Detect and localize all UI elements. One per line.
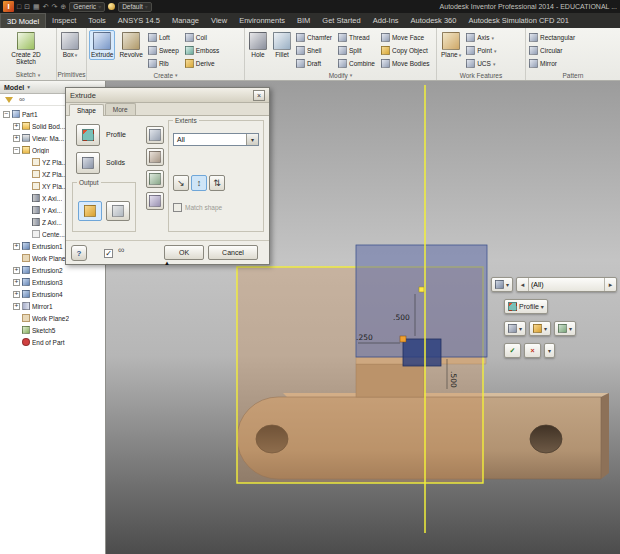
- search-icon[interactable]: ∞: [19, 96, 25, 104]
- extrude-button[interactable]: Extrude: [89, 30, 115, 60]
- tree-item-work-plane2[interactable]: Work Plane2: [0, 312, 105, 324]
- new-file-icon[interactable]: □: [17, 3, 21, 10]
- tab-get-started[interactable]: Get Started: [316, 13, 366, 28]
- panel-label-pattern[interactable]: Pattern: [526, 70, 620, 80]
- dimension-250[interactable]: .250: [356, 333, 373, 342]
- dismiss-button[interactable]: ×: [524, 343, 541, 358]
- expander-icon[interactable]: [13, 327, 20, 334]
- solids-mini-button[interactable]: ▾: [504, 321, 526, 336]
- extents-dropdown[interactable]: All ▾: [173, 133, 259, 146]
- help-button[interactable]: ?: [71, 245, 87, 261]
- expander-icon[interactable]: [13, 339, 20, 346]
- expander-icon[interactable]: [23, 159, 30, 166]
- hole-right[interactable]: [530, 425, 562, 453]
- tree-item-sketch5[interactable]: Sketch5: [0, 324, 105, 336]
- join-button[interactable]: [146, 126, 164, 144]
- ok-button[interactable]: OK: [164, 245, 204, 260]
- select-icon[interactable]: ⊕: [60, 3, 66, 10]
- extents-all-spinner[interactable]: ◂ (All) ▸: [516, 277, 617, 292]
- tab-shape[interactable]: Shape: [69, 104, 104, 116]
- ucs-button[interactable]: UCS▾: [465, 57, 497, 70]
- emboss-button[interactable]: Emboss: [184, 44, 220, 57]
- tree-item-end-of-part[interactable]: End of Part: [0, 336, 105, 348]
- operation-mini-button[interactable]: ▾: [554, 321, 576, 336]
- direction1-button[interactable]: ↘: [173, 175, 189, 191]
- profile-mini-button[interactable]: Profile ▾: [504, 299, 548, 314]
- selected-profile[interactable]: [403, 339, 441, 366]
- panel-label-work-features[interactable]: Work Features: [437, 70, 525, 80]
- plate-side-face[interactable]: [601, 393, 609, 479]
- panel-label-modify[interactable]: Modify ▾: [245, 70, 436, 80]
- coil-button[interactable]: Coil: [184, 31, 220, 44]
- expander-icon[interactable]: [13, 315, 20, 322]
- sketch-vertex-marker[interactable]: [400, 336, 406, 342]
- save-icon[interactable]: ▦: [33, 3, 40, 10]
- revolve-button[interactable]: Revolve: [117, 30, 144, 60]
- tab-ansys[interactable]: ANSYS 14.5: [112, 13, 166, 28]
- undo-icon[interactable]: ↶: [43, 3, 49, 10]
- cut-button[interactable]: [146, 148, 164, 166]
- tree-item-extrusion4[interactable]: +Extrusion4: [0, 288, 105, 300]
- chamfer-button[interactable]: Chamfer: [295, 31, 333, 44]
- profile-select-button[interactable]: [76, 124, 100, 146]
- dimension-500-vertical[interactable]: .500: [449, 371, 458, 388]
- expander-icon[interactable]: +: [13, 291, 20, 298]
- expander-icon[interactable]: +: [13, 267, 20, 274]
- dialog-expander[interactable]: ▲: [164, 260, 170, 266]
- apply-button[interactable]: ✓: [504, 343, 521, 358]
- sweep-button[interactable]: Sweep: [147, 44, 180, 57]
- move-face-button[interactable]: Move Face: [380, 31, 431, 44]
- mirror-button[interactable]: Mirror: [528, 57, 576, 70]
- open-file-icon[interactable]: ⊡: [24, 3, 30, 10]
- tab-inspect[interactable]: Inspect: [46, 13, 82, 28]
- output-surface-button[interactable]: [106, 201, 130, 221]
- circular-pattern-button[interactable]: Circular: [528, 44, 576, 57]
- fillet-button[interactable]: Fillet: [271, 30, 293, 60]
- plane-button[interactable]: Plane▾: [439, 30, 463, 60]
- tree-item-extrusion2[interactable]: +Extrusion2: [0, 264, 105, 276]
- new-solid-button[interactable]: [146, 192, 164, 210]
- tab-simulation-cfd[interactable]: Autodesk Simulation CFD 201: [462, 13, 574, 28]
- redo-icon[interactable]: ↷: [52, 3, 58, 10]
- dimension-500[interactable]: .500: [393, 313, 410, 322]
- expander-icon[interactable]: +: [13, 243, 20, 250]
- axis-button[interactable]: Axis▾: [465, 31, 497, 44]
- move-bodies-button[interactable]: Move Bodies: [380, 57, 431, 70]
- dialog-close-button[interactable]: ×: [253, 90, 265, 101]
- tree-item-extrusion3[interactable]: +Extrusion3: [0, 276, 105, 288]
- output-mini-button[interactable]: ▾: [529, 321, 551, 336]
- hole-button[interactable]: Hole: [247, 30, 269, 60]
- tab-autodesk-360[interactable]: Autodesk 360: [405, 13, 463, 28]
- expander-icon[interactable]: [23, 171, 30, 178]
- panel-label-primitives[interactable]: Primitives: [57, 69, 86, 80]
- expander-icon[interactable]: −: [3, 111, 10, 118]
- tab-more[interactable]: More: [105, 103, 136, 115]
- intersect-button[interactable]: [146, 170, 164, 188]
- expander-icon[interactable]: [23, 219, 30, 226]
- thread-button[interactable]: Thread: [337, 31, 376, 44]
- expander-icon[interactable]: +: [13, 135, 20, 142]
- material-dropdown[interactable]: Generic ▾: [69, 2, 105, 12]
- cancel-button[interactable]: Cancel: [208, 245, 258, 260]
- minibar-options-button[interactable]: ▾: [544, 343, 555, 358]
- appearance-dropdown[interactable]: Default ▾: [118, 2, 152, 12]
- tab-view[interactable]: View: [205, 13, 233, 28]
- expander-icon[interactable]: +: [13, 123, 20, 130]
- panel-label-sketch[interactable]: Sketch ▾: [0, 69, 56, 80]
- preview-checkbox[interactable]: ✓: [104, 249, 113, 258]
- extents-mode-button[interactable]: ▾: [491, 277, 513, 292]
- box-button[interactable]: Box▾: [59, 30, 81, 60]
- expander-icon[interactable]: +: [13, 303, 20, 310]
- output-solid-button[interactable]: [78, 201, 102, 221]
- tab-manage[interactable]: Manage: [166, 13, 205, 28]
- direction2-button[interactable]: ↕: [191, 175, 207, 191]
- shell-button[interactable]: Shell: [295, 44, 333, 57]
- combine-button[interactable]: Combine: [337, 57, 376, 70]
- expander-icon[interactable]: [13, 255, 20, 262]
- dialog-titlebar[interactable]: Extrude ×: [66, 88, 269, 103]
- filter-icon[interactable]: [5, 97, 13, 103]
- chevron-down-icon[interactable]: ▾: [246, 134, 258, 145]
- tree-item-mirror1[interactable]: +Mirror1: [0, 300, 105, 312]
- tab-tools[interactable]: Tools: [82, 13, 112, 28]
- inventor-logo-icon[interactable]: I: [3, 1, 14, 12]
